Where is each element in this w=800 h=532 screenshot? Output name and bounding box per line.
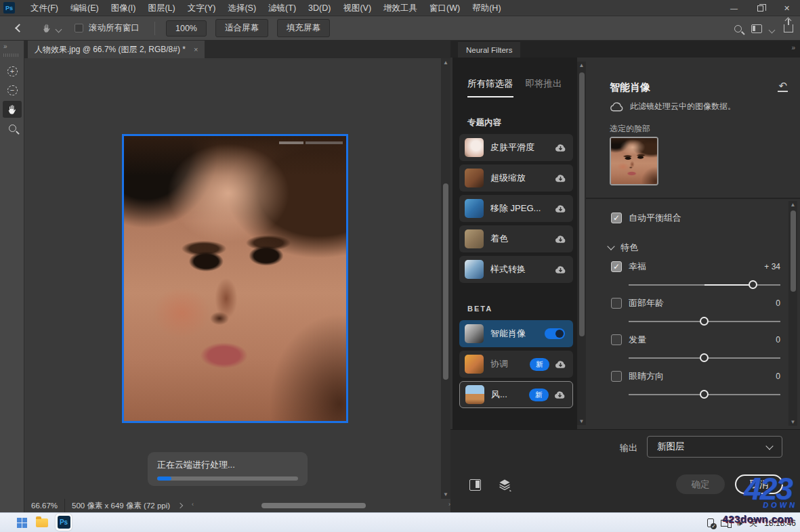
auto-balance-row[interactable]: ✓ 自动平衡组合	[611, 212, 681, 224]
filter-skin-smoothing[interactable]: 皮肤平滑度	[459, 134, 573, 161]
happiness-checkbox[interactable]: ✓	[611, 261, 622, 272]
cloud-download-icon[interactable]	[555, 234, 566, 244]
settings-scrollbar[interactable]: ▲ ▼	[788, 201, 797, 426]
scroll-down-icon[interactable]: ▼	[441, 491, 450, 497]
reset-icon[interactable]: ↶	[778, 81, 788, 92]
menu-select[interactable]: 选择(S)	[222, 0, 262, 16]
cloud-download-icon[interactable]	[555, 265, 566, 274]
subtract-tool[interactable]: −	[3, 82, 22, 99]
gaze-direction-checkbox[interactable]: ✓	[611, 371, 622, 382]
cloud-download-icon[interactable]	[555, 173, 566, 183]
restore-button[interactable]	[747, 0, 774, 16]
auto-balance-checkbox[interactable]: ✓	[611, 213, 622, 223]
workspace-icon[interactable]	[751, 24, 762, 33]
collapse-panel-icon[interactable]: »	[791, 44, 795, 51]
cloud-download-icon[interactable]	[555, 143, 566, 152]
filter-landscape-mixer[interactable]: 风... 新	[459, 381, 573, 408]
vertical-scroll-thumb[interactable]	[443, 183, 448, 380]
slider-thumb[interactable]	[749, 280, 757, 289]
menu-view[interactable]: 视图(V)	[337, 0, 377, 16]
image-face-selection[interactable]	[122, 134, 348, 423]
scroll-up-icon[interactable]: ▲	[441, 60, 450, 66]
slider-thumb[interactable]	[700, 353, 709, 362]
collapse-dock-icon[interactable]: »	[3, 43, 7, 50]
zoom-level-field[interactable]: 66.67%	[24, 499, 65, 512]
filter-thumbnail	[465, 260, 484, 279]
cloud-download-icon[interactable]	[554, 390, 566, 399]
share-icon[interactable]	[784, 24, 793, 32]
usb-eject-icon[interactable]	[707, 518, 714, 527]
slider-track[interactable]	[629, 357, 780, 359]
scroll-left-icon[interactable]: ‹	[192, 501, 194, 508]
ok-button[interactable]: 确定	[676, 474, 725, 494]
menu-image[interactable]: 图像(I)	[105, 0, 142, 16]
slider-track[interactable]	[629, 284, 780, 286]
menu-window[interactable]: 窗口(W)	[423, 0, 466, 16]
tab-all-filters[interactable]: 所有筛选器	[467, 78, 513, 97]
cloud-download-icon[interactable]	[555, 204, 566, 213]
menu-filter[interactable]: 滤镜(T)	[262, 0, 302, 16]
neural-filters-panel-tab[interactable]: Neural Filters	[458, 42, 520, 58]
menu-edit[interactable]: 编辑(E)	[64, 0, 105, 16]
scroll-down-icon[interactable]: ▼	[577, 418, 586, 424]
filter-jpeg-artifacts[interactable]: 移除 JPEG...	[459, 195, 573, 222]
status-chevron-icon[interactable]	[177, 503, 183, 508]
search-icon[interactable]	[734, 25, 742, 32]
file-explorer-button[interactable]	[34, 515, 50, 531]
facial-age-checkbox[interactable]: ✓	[611, 298, 622, 309]
canvas-area[interactable]: 正在云端进行处理...	[24, 58, 441, 499]
horizontal-scrollbar[interactable]: ‹ ›	[192, 499, 450, 512]
subtract-selection-icon: −	[7, 85, 18, 95]
scroll-up-icon[interactable]: ▲	[577, 62, 586, 68]
filter-harmonization[interactable]: 协调 新	[459, 351, 573, 378]
menu-type[interactable]: 文字(Y)	[182, 0, 222, 16]
scroll-up-icon[interactable]: ▲	[788, 202, 797, 208]
menu-plugins[interactable]: 增效工具	[377, 0, 423, 16]
minimize-button[interactable]: —	[721, 0, 747, 16]
show-layers-icon[interactable]	[498, 478, 511, 491]
zoom-tool[interactable]	[3, 120, 22, 137]
filter-super-zoom[interactable]: 超级缩放	[459, 164, 573, 192]
menu-3d[interactable]: 3D(D)	[302, 0, 337, 16]
menu-layer[interactable]: 图层(L)	[142, 0, 181, 16]
selected-face-thumbnail[interactable]	[610, 137, 658, 185]
cloud-download-icon[interactable]	[555, 359, 566, 369]
slider-thumb[interactable]	[700, 390, 709, 399]
menu-help[interactable]: 帮助(H)	[466, 0, 507, 16]
document-tab[interactable]: 人物效果.jpg @ 66.7% (图层 2, RGB/8#) * ×	[28, 41, 205, 58]
workspace-dropdown-chevron[interactable]	[769, 26, 776, 33]
hand-tool[interactable]	[3, 101, 22, 118]
photoshop-taskbar-button[interactable]: Ps	[56, 514, 72, 530]
start-button[interactable]	[14, 515, 30, 531]
close-button[interactable]: ✕	[774, 0, 800, 16]
horizontal-scroll-thumb[interactable]	[261, 503, 366, 508]
split-preview-icon[interactable]	[469, 479, 481, 491]
add-tool[interactable]: +	[3, 63, 22, 80]
fill-screen-button[interactable]: 填充屏幕	[277, 19, 330, 37]
filter-smart-portrait[interactable]: 智能肖像	[459, 320, 573, 347]
back-arrow-icon[interactable]	[15, 24, 24, 32]
scroll-thumb[interactable]	[791, 210, 796, 292]
fit-screen-button[interactable]: 适合屏幕	[215, 19, 268, 37]
scroll-down-icon[interactable]: ▼	[788, 419, 797, 425]
dock-grip[interactable]	[3, 53, 20, 57]
tab-coming-soon[interactable]: 即将推出	[526, 78, 562, 97]
filter-list-scrollbar[interactable]: ▲ ▼	[577, 62, 586, 425]
filter-style-transfer[interactable]: 样式转换	[459, 256, 573, 283]
hand-tool-dropdown-chevron[interactable]	[56, 26, 62, 33]
vertical-scrollbar[interactable]: ▲ ▼	[441, 58, 450, 499]
hair-thickness-checkbox[interactable]: ✓	[611, 334, 622, 345]
filter-enable-toggle[interactable]	[545, 328, 565, 339]
filter-colorize[interactable]: 着色	[459, 225, 573, 252]
zoom-100-button[interactable]: 100%	[166, 20, 207, 37]
slider-track[interactable]	[629, 394, 780, 395]
tab-close-icon[interactable]: ×	[194, 45, 198, 53]
menu-file[interactable]: 文件(F)	[24, 0, 64, 16]
output-label: 输出	[620, 442, 637, 454]
slider-track[interactable]	[629, 321, 780, 322]
featured-section-header[interactable]: 特色	[608, 242, 638, 254]
scroll-thumb[interactable]	[579, 72, 585, 336]
scroll-all-windows-checkbox[interactable]	[75, 24, 83, 32]
slider-thumb[interactable]	[700, 317, 709, 326]
output-dropdown[interactable]: 新图层	[647, 436, 782, 458]
